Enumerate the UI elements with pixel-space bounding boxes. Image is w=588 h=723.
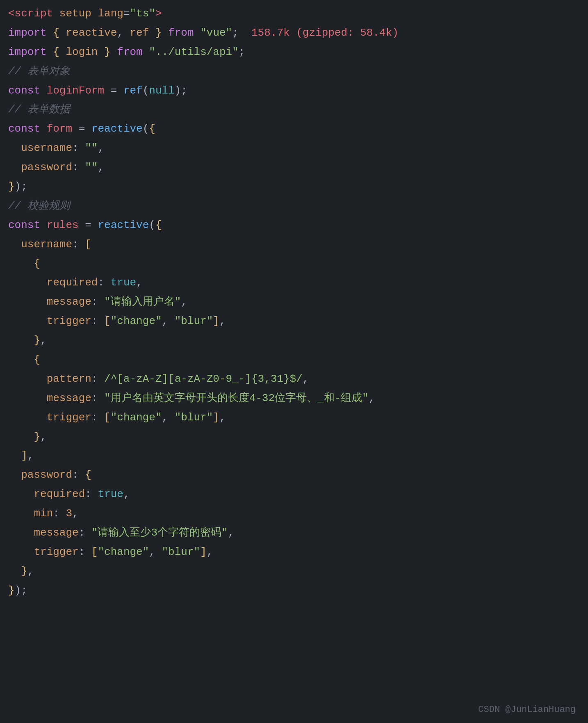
code-line-16: message: "请输入用户名", [0,292,588,312]
rules-var: rules [47,219,79,231]
form-var: form [47,123,72,135]
null-value: null [149,84,174,97]
blur-str-1: "blur" [175,315,213,327]
change-str-1: "change" [111,315,162,327]
regex-val: /^[a-zA-Z][a-zA-Z0-9_-]{3,31}$/ [104,373,303,385]
code-line-19: { [0,350,588,369]
code-line-11: // 校验规则 [0,196,588,216]
true-val-1: true [111,276,136,289]
attr-lang: lang [98,7,123,20]
tag-open: <script [8,7,53,20]
close-brace-2: } [8,584,15,597]
code-line-14: { [0,254,588,274]
comment-3: // 校验规则 [8,200,70,212]
code-line-7: const form = reactive({ [0,119,588,139]
trigger-prop-2: trigger [47,411,91,424]
trigger-prop-3: trigger [34,546,78,558]
code-line-23: }, [0,427,588,447]
login-import: login [66,46,98,58]
from-keyword: from [168,27,194,39]
required-prop-2: required [34,488,85,500]
code-line-17: trigger: ["change", "blur"], [0,312,588,331]
code-line-26: required: true, [0,485,588,504]
const-keyword-3: const [8,219,40,231]
username-prop-1: username [21,142,72,154]
api-module: "../utils/api" [149,46,238,58]
trigger-prop-1: trigger [47,315,91,327]
password-prop-2: password [21,469,72,481]
min-val: 3 [66,507,72,520]
change-str-2: "change" [111,411,162,424]
code-line-8: username: "", [0,139,588,158]
code-line-15: required: true, [0,273,588,292]
password-prop-1: password [21,161,72,173]
code-line-2: import { reactive, ref } from "vue"; 158… [0,23,588,43]
message-prop-3: message [34,527,78,539]
code-line-31: }); [0,581,588,600]
code-line-1: <script setup lang="ts"> [0,4,588,23]
code-line-12: const rules = reactive({ [0,216,588,235]
reactive-import: reactive [66,27,117,39]
code-line-24: ], [0,446,588,465]
code-line-18: }, [0,331,588,350]
message-prop-1: message [47,296,91,308]
import-keyword-2: import [8,46,47,58]
bundle-size: 158.7k (gzipped: 58.4k) [251,27,399,39]
code-line-21: message: "用户名由英文字母开头的长度4-32位字母、_和-组成", [0,389,588,408]
reactive-call-1: reactive [91,123,143,135]
code-line-6: // 表单数据 [0,100,588,119]
code-line-28: message: "请输入至少3个字符的密码", [0,523,588,543]
password-val-1: "" [85,161,98,173]
code-line-22: trigger: ["change", "blur"], [0,408,588,427]
code-line-4: // 表单对象 [0,62,588,81]
attr-ts-value: "ts" [130,7,155,20]
footer-attribution: CSDN @JunLianHuang [478,702,576,717]
true-val-2: true [98,488,123,500]
message-val-1: "请输入用户名" [104,296,181,308]
min-prop: min [34,507,53,520]
vue-module: "vue" [200,27,232,39]
code-line-5: const loginForm = ref(null); [0,81,588,100]
comment-2: // 表单数据 [8,103,70,116]
code-line-3: import { login } from "../utils/api"; [0,43,588,62]
code-line-27: min: 3, [0,504,588,523]
code-line-10: }); [0,177,588,196]
pattern-prop: pattern [47,373,91,385]
code-line-9: password: "", [0,158,588,177]
ref-call: ref [123,84,143,97]
reactive-call-2: reactive [98,219,149,231]
attr-setup: setup [59,7,91,20]
code-line-29: trigger: ["change", "blur"], [0,543,588,562]
blur-str-2: "blur" [175,411,213,424]
message-val-3: "请输入至少3个字符的密码" [91,527,228,539]
blur-str-3: "blur" [162,546,201,558]
const-keyword-1: const [8,84,40,97]
const-keyword-2: const [8,123,40,135]
ref-import: ref [130,27,149,39]
change-str-3: "change" [98,546,149,558]
import-keyword: import [8,27,47,39]
from-keyword-2: from [117,46,142,58]
comment-1: // 表单对象 [8,65,70,78]
message-prop-2: message [47,392,91,404]
message-val-2: "用户名由英文字母开头的长度4-32位字母、_和-组成" [104,392,369,404]
username-prop-2: username [21,238,72,251]
code-line-30: }, [0,562,588,581]
code-editor: <script setup lang="ts"> import { reacti… [0,0,588,723]
close-brace-1: } [8,180,15,193]
code-line-25: password: { [0,465,588,485]
loginform-var: loginForm [47,84,104,97]
username-val-1: "" [85,142,98,154]
code-line-20: pattern: /^[a-zA-Z][a-zA-Z0-9_-]{3,31}$/… [0,369,588,389]
code-line-13: username: [ [0,235,588,254]
required-prop-1: required [47,276,98,289]
